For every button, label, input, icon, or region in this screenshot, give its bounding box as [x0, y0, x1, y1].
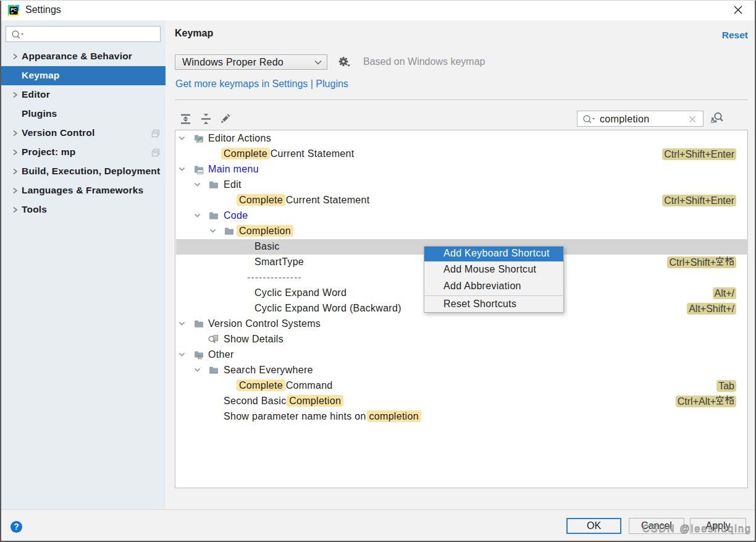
svg-text:PC: PC: [10, 7, 17, 12]
